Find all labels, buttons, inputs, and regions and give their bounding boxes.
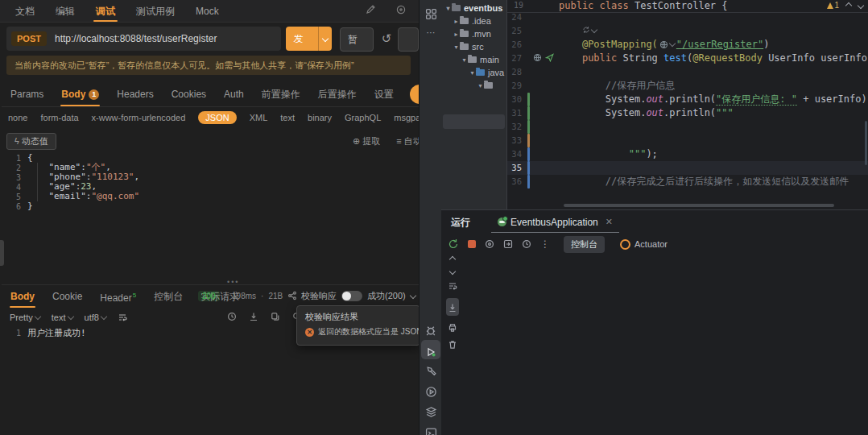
code-editor[interactable]: 19 public class TestController { 1 2425 …	[507, 0, 868, 209]
collapsed-sidebar-handle[interactable]	[0, 240, 4, 266]
json-line[interactable]: 5 "email":"@qq.com"	[0, 192, 419, 201]
console-tab[interactable]: 控制台	[564, 236, 605, 253]
request-tab-5[interactable]: Auth	[215, 82, 253, 106]
endpoint-globe-icon[interactable]	[533, 53, 542, 62]
refresh-icon[interactable]: ↺	[382, 27, 392, 51]
vertical-scrollbar[interactable]	[865, 121, 867, 165]
send-request-icon[interactable]	[545, 53, 554, 62]
stash-button[interactable]: 暂存	[340, 27, 374, 52]
menu-item-3[interactable]: 调试	[85, 1, 126, 22]
print-icon[interactable]	[448, 323, 457, 333]
scroll-to-end-button[interactable]	[446, 298, 459, 316]
charset-select[interactable]: utf8	[85, 313, 106, 322]
code-line-30[interactable]: 30 System.out.println("保存用户信息: " + userI…	[507, 93, 868, 106]
auto-format-button[interactable]: ≡自动	[396, 135, 419, 147]
actuator-tab[interactable]: Actuator	[620, 239, 668, 250]
method-badge[interactable]: POST	[11, 31, 47, 46]
code-line-35[interactable]: 35	[507, 161, 868, 175]
stop-icon[interactable]	[468, 240, 476, 248]
horizontal-scrollbar[interactable]	[564, 204, 834, 207]
pretty-select[interactable]: Pretty	[10, 313, 40, 322]
tree-chevron-icon[interactable]: ▸	[453, 31, 460, 38]
wrap-icon[interactable]	[118, 313, 127, 322]
body-type-binary[interactable]: binary	[308, 113, 332, 122]
down-icon[interactable]	[449, 268, 456, 275]
validate-result[interactable]: 成功(200)	[367, 290, 406, 302]
body-type-x-www-form-urlencoded[interactable]: x-www-form-urlencoded	[92, 113, 186, 122]
code-line-31[interactable]: 31 System.out.println("""	[507, 106, 868, 120]
body-type-JSON[interactable]: JSON	[198, 111, 236, 124]
build-hammer-icon[interactable]	[425, 366, 437, 378]
tree-chevron-icon[interactable]: ▾	[469, 69, 476, 77]
history-icon[interactable]	[227, 312, 237, 321]
tree-item-eventbus[interactable]: ▾eventbus	[441, 2, 506, 14]
menu-item-4[interactable]: 测试用例	[126, 1, 185, 22]
thread-dump-icon[interactable]	[485, 239, 494, 249]
code-line-25[interactable]: 25	[507, 24, 868, 38]
trash-icon[interactable]	[448, 340, 457, 350]
json-line[interactable]: 6}	[0, 201, 419, 211]
body-type-text[interactable]: text	[280, 113, 295, 122]
send-dropdown[interactable]	[318, 27, 332, 51]
tree-item-.idea[interactable]: ▸.idea	[441, 14, 506, 27]
structure-grid-icon[interactable]	[425, 8, 437, 20]
prev-issue-icon[interactable]	[845, 2, 852, 8]
extract-button[interactable]: ⊕提取	[353, 135, 380, 147]
tree-item-.mvn[interactable]: ▸.mvn	[441, 27, 506, 40]
tree-chevron-icon[interactable]: ▾	[461, 56, 468, 64]
copy-icon[interactable]	[271, 312, 280, 321]
tree-item-java[interactable]: ▾java	[441, 66, 506, 79]
more-tools-icon[interactable]: ⋯	[420, 27, 442, 38]
profiler-icon[interactable]	[425, 386, 437, 398]
request-tab-7[interactable]: 后置操作	[309, 82, 366, 106]
download-icon[interactable]	[249, 312, 258, 321]
body-type-form-data[interactable]: form-data	[40, 113, 78, 122]
rerun-icon[interactable]	[448, 238, 459, 250]
body-type-none[interactable]: none	[8, 113, 27, 122]
tree-chevron-icon[interactable]: ▾	[453, 44, 460, 51]
terminal-icon[interactable]	[425, 427, 437, 435]
response-tab-2[interactable]: Cookie	[43, 286, 91, 308]
services-icon[interactable]	[425, 406, 437, 418]
request-tab-6[interactable]: 前置操作	[253, 82, 309, 106]
clock-icon[interactable]	[522, 239, 531, 249]
response-tab-3[interactable]: Header5	[91, 284, 145, 309]
inlay-annotation-icon[interactable]	[582, 26, 597, 34]
body-type-XML[interactable]: XML	[250, 113, 268, 122]
up-icon[interactable]	[449, 256, 456, 263]
json-body-editor[interactable]: 1{2 "name":"个",3 "phone":"110123",4 "age…	[0, 153, 419, 218]
request-tab-2[interactable]: Body1	[52, 82, 108, 106]
console-output[interactable]	[464, 255, 868, 435]
request-tab-8[interactable]: 设置	[366, 82, 403, 106]
more-icon[interactable]: ⋮	[540, 238, 550, 250]
code-line-33[interactable]: 33	[507, 134, 868, 147]
warning-widget[interactable]: 1	[827, 1, 839, 10]
menu-item-1[interactable]: 文档	[5, 1, 45, 22]
code-line-32[interactable]: 32	[507, 120, 868, 134]
request-tab-1[interactable]: Params	[2, 82, 52, 106]
code-line-36[interactable]: 36 //保存完成之后进行后续操作，如发送短信以及发送邮件	[507, 175, 868, 188]
tree-chevron-icon[interactable]: ▸	[453, 18, 460, 25]
request-tab-3[interactable]: Headers	[108, 82, 162, 106]
code-line-27[interactable]: 27 public String test(@RequestBody UserI…	[507, 52, 868, 65]
format-select[interactable]: text	[52, 313, 73, 322]
help-icon[interactable]	[396, 5, 406, 14]
run-tab[interactable]: EventbusApplication ✕	[491, 212, 619, 233]
tree-chevron-icon[interactable]: ▾	[477, 82, 484, 89]
send-button[interactable]: 发送	[286, 27, 332, 51]
debug-icon[interactable]	[424, 324, 437, 337]
menu-item-2[interactable]: 编辑	[45, 1, 85, 22]
request-tab-4[interactable]: Cookies	[163, 82, 215, 106]
tree-chevron-icon[interactable]: ▾	[444, 5, 452, 12]
next-issue-icon[interactable]	[858, 2, 864, 8]
body-type-msgpack[interactable]: msgpack	[394, 113, 419, 122]
dynamic-value-button[interactable]: ϟ动态值	[6, 133, 56, 150]
url-text[interactable]: http://localhost:8088/test/userRegister	[55, 33, 217, 44]
menu-item-5[interactable]: Mock	[185, 1, 229, 22]
pencil-icon[interactable]	[366, 5, 375, 14]
body-type-GraphQL[interactable]: GraphQL	[345, 113, 381, 122]
code-line-29[interactable]: 29 //保存用户信息	[507, 79, 868, 93]
open-log-icon[interactable]	[503, 239, 513, 249]
tree-item-6[interactable]: ▾	[441, 79, 506, 92]
code-line-34[interactable]: 34 """);	[507, 147, 868, 161]
